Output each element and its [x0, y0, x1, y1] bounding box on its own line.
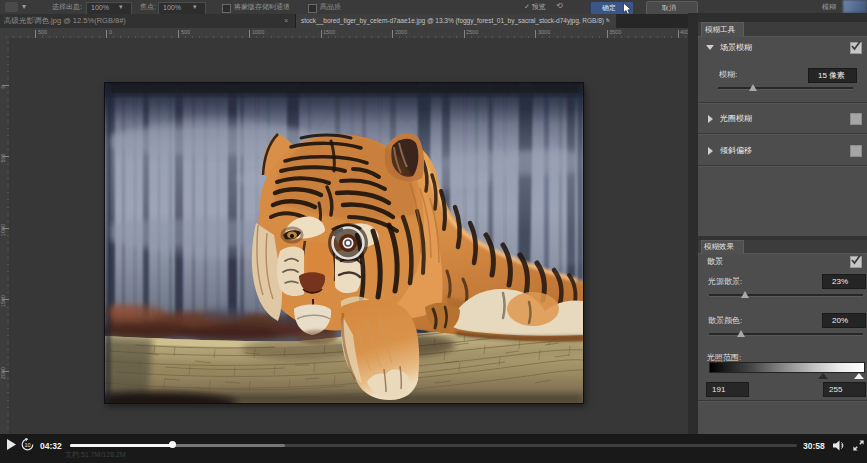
svg-text:10: 10	[24, 442, 30, 448]
